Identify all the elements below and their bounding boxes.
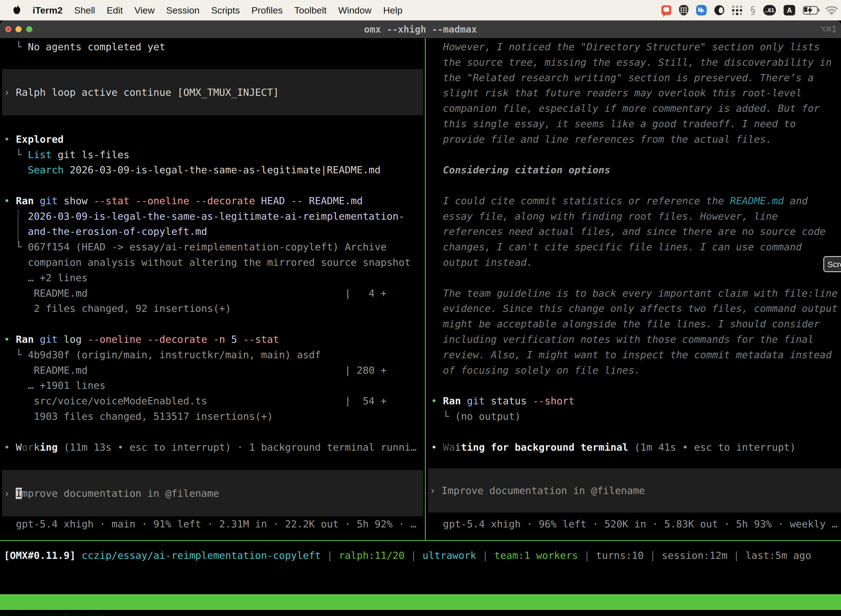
tmux-status-bar: [omx-cczip0:bash* "MacBook-Pro-44.local"… — [0, 594, 841, 610]
terminal-line: the "Related research writing" section i… — [431, 70, 814, 85]
dots-grid-icon[interactable] — [732, 6, 743, 15]
terminal-line: slight risk that future readers may over… — [431, 85, 802, 101]
menu-item-session[interactable]: Session — [166, 5, 199, 16]
terminal-line: I could cite commit statistics or refere… — [431, 193, 807, 209]
menu-item-scripts[interactable]: Scripts — [211, 5, 240, 16]
menu-item-help[interactable]: Help — [383, 5, 403, 16]
terminal-line: including verification notes with those … — [431, 332, 814, 347]
terminal-line: └ 067f154 (HEAD -> essay/ai-reimplementa… — [4, 239, 387, 255]
tree-connector-line — [18, 209, 19, 243]
terminal-line: • Working (11m 13s • esc to interrupt) ·… — [4, 440, 417, 455]
terminal-line: the source tree, missing the essay. Stil… — [431, 55, 832, 70]
terminal-line: README.md | 4 + — [4, 286, 387, 301]
menu-item-window[interactable]: Window — [338, 5, 372, 16]
terminal-line: review. Also, I might want to inspect th… — [431, 347, 832, 363]
terminal-line: might be acceptable alongside the file l… — [431, 316, 820, 332]
terminal-line: └ List git ls-files — [4, 147, 129, 163]
terminal-line: • Explored — [4, 132, 64, 147]
screen-tooltip: Scre — [823, 256, 841, 272]
pane-divider[interactable] — [425, 38, 426, 541]
squiggle-icon[interactable]: § — [750, 5, 756, 15]
terminal-line: 2026-03-09-is-legal-the-same-as-legitima… — [4, 209, 404, 224]
terminal-line: • Ran git show --stat --oneline --decora… — [4, 193, 363, 209]
terminal-line: └ 4b9d30f (origin/main, instructkr/main,… — [4, 347, 321, 363]
macos-menu-bar: iTerm2 Shell Edit View Session Scripts P… — [0, 0, 841, 21]
omx-status-line: [OMX#0.11.9] cczip/essay/ai-reimplementa… — [4, 548, 811, 563]
menu-item-iterm2[interactable]: iTerm2 — [32, 5, 63, 16]
terminal-line: changes, I can't cite specific file line… — [431, 239, 802, 255]
terminal-line: evidence. Since this change only affects… — [431, 301, 838, 316]
terminal-line: README.md | 280 + — [4, 363, 387, 378]
terminal-line: └ No agents completed yet — [4, 39, 165, 55]
terminal-line: • Ran git status --short — [431, 393, 574, 409]
window-shortcut-badge: ⌥⌘1 — [820, 21, 837, 38]
menu-item-edit[interactable]: Edit — [107, 5, 123, 16]
terminal-line: Considering citation options — [431, 162, 610, 178]
terminal-line: gpt-5.4 xhigh · main · 91% left · 2.31M … — [4, 516, 417, 532]
terminal-line: The team guideline is to back every impo… — [431, 286, 838, 301]
terminal-line: references need actual files, and since … — [431, 224, 826, 239]
terminal-line: • Waiting for background terminal (1m 41… — [431, 440, 796, 455]
terminal-line: output instead. — [431, 255, 533, 270]
tmux-session-label: [omx-cczip0:bash* — [4, 610, 105, 616]
terminal-line: companion analysis without altering the … — [4, 255, 410, 270]
left-prompt-input[interactable]: › Improve documentation in @filename — [2, 470, 423, 516]
wifi-icon[interactable] — [826, 6, 838, 15]
terminal-line: 2 files changed, 92 insertions(+) — [4, 301, 231, 316]
terminal-line: companion file, especially if more comme… — [431, 101, 820, 116]
terminal-line: gpt-5.4 xhigh · 96% left · 520K in · 5.8… — [431, 516, 838, 532]
right-prompt-text: › Improve documentation in @filename — [428, 485, 645, 496]
blue-badge-icon[interactable] — [696, 5, 707, 15]
input-source-icon[interactable]: A — [784, 5, 795, 15]
terminal-line: provide file and line references from th… — [431, 132, 772, 147]
terminal-line: essay file, along with finding root file… — [431, 209, 778, 224]
terminal-line: • Ran git log --oneline --decorate -n 5 … — [4, 332, 279, 347]
ralph-inject-banner: › Ralph loop active continue [OMX_TMUX_I… — [2, 69, 423, 115]
ralph-inject-text: › Ralph loop active continue [OMX_TMUX_I… — [2, 87, 279, 98]
battery-icon[interactable] — [803, 6, 818, 15]
shield-keypad-icon[interactable] — [679, 5, 689, 15]
menu-item-profiles[interactable]: Profiles — [251, 5, 283, 16]
pane-bottom-border — [0, 540, 841, 541]
menu-item-toolbelt[interactable]: Toolbelt — [294, 5, 327, 16]
terminal-line: └ (no output) — [431, 409, 521, 424]
terminal-line: src/voice/voiceModeEnabled.ts | 54 + — [4, 393, 387, 409]
terminal-line: … +1901 lines — [4, 378, 105, 393]
terminal-line: of focusing solely on file lines. — [431, 363, 640, 378]
terminal-line: this single essay, it seems like a good … — [431, 116, 796, 132]
right-prompt-input[interactable]: › Improve documentation in @filename — [428, 468, 841, 512]
chat-app-icon[interactable] — [661, 5, 671, 15]
window-title-bar[interactable]: omx --xhigh --madmax ⌥⌘1 — [0, 21, 841, 38]
battery-61-badge-icon[interactable]: ..61 — [763, 5, 776, 15]
window-title: omx --xhigh --madmax — [0, 21, 841, 38]
terminal-line: and-the-erosion-of-copyleft.md — [4, 224, 207, 239]
menu-item-view[interactable]: View — [134, 5, 154, 16]
terminal-line: However, I noticed the "Directory Struct… — [431, 39, 820, 55]
left-prompt-text: › Improve documentation in @filename — [2, 488, 219, 499]
terminal-line: Search 2026-03-09-is-legal-the-same-as-l… — [4, 162, 381, 178]
moon-icon[interactable] — [714, 5, 724, 15]
apple-menu-icon[interactable] — [13, 5, 21, 15]
terminal-line: 1903 files changed, 513517 insertions(+) — [4, 409, 273, 424]
terminal-line: … +2 lines — [4, 270, 88, 286]
menu-item-shell[interactable]: Shell — [74, 5, 95, 16]
